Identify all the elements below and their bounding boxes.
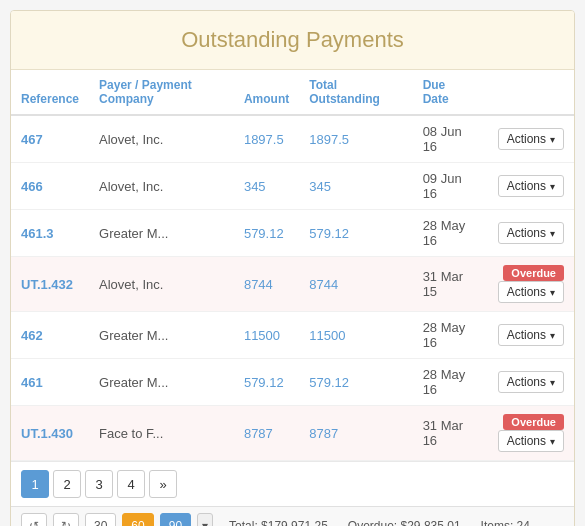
cell-outstanding: 11500 [299, 312, 412, 359]
cell-amount: 345 [234, 163, 299, 210]
cell-reference: UT.1.430 [11, 406, 89, 461]
cell-amount: 8787 [234, 406, 299, 461]
col-actions-header [484, 70, 574, 115]
size-dropdown-button[interactable]: ▾ [197, 513, 213, 526]
cell-due-date: 31 Mar 16 [413, 406, 484, 461]
cell-outstanding: 345 [299, 163, 412, 210]
table-row: 461 Greater M... 579.12 579.12 28 May 16… [11, 359, 574, 406]
caret-icon: ▾ [550, 134, 555, 145]
cell-due-date: 31 Mar 15 [413, 257, 484, 312]
col-due-date: Due Date [413, 70, 484, 115]
cell-payer: Greater M... [89, 359, 234, 406]
actions-button[interactable]: Actions ▾ [498, 430, 564, 452]
items-stat: Items: 24 [481, 519, 530, 526]
page-2-button[interactable]: 2 [53, 470, 81, 498]
size-30-button[interactable]: 30 [85, 513, 116, 526]
size-60-button[interactable]: 60 [122, 513, 153, 526]
caret-icon: ▾ [550, 436, 555, 447]
table-row: 461.3 Greater M... 579.12 579.12 28 May … [11, 210, 574, 257]
cell-payer: Alovet, Inc. [89, 163, 234, 210]
cell-amount: 1897.5 [234, 115, 299, 163]
cell-amount: 579.12 [234, 359, 299, 406]
caret-icon: ▾ [550, 228, 555, 239]
cell-actions: Actions ▾ [484, 312, 574, 359]
cell-amount: 579.12 [234, 210, 299, 257]
payments-table-wrapper: Reference Payer / Payment Company Amount… [11, 70, 574, 461]
actions-button[interactable]: Actions ▾ [498, 281, 564, 303]
cell-actions: Overdue Actions ▾ [484, 406, 574, 461]
cell-reference: 461.3 [11, 210, 89, 257]
cell-outstanding: 8744 [299, 257, 412, 312]
actions-label: Actions [507, 328, 546, 342]
col-total-outstanding: Total Outstanding [299, 70, 412, 115]
cell-actions: Actions ▾ [484, 115, 574, 163]
page-title: Outstanding Payments [11, 11, 574, 70]
cell-payer: Greater M... [89, 312, 234, 359]
actions-label: Actions [507, 226, 546, 240]
overdue-badge: Overdue [503, 265, 564, 281]
cell-reference: 462 [11, 312, 89, 359]
reload-button[interactable]: ↻ [53, 513, 79, 526]
cell-reference: 467 [11, 115, 89, 163]
table-row: UT.1.432 Alovet, Inc. 8744 8744 31 Mar 1… [11, 257, 574, 312]
cell-actions: Actions ▾ [484, 359, 574, 406]
actions-button[interactable]: Actions ▾ [498, 175, 564, 197]
actions-label: Actions [507, 179, 546, 193]
actions-button[interactable]: Actions ▾ [498, 128, 564, 150]
cell-reference: UT.1.432 [11, 257, 89, 312]
pagination: 1234» [11, 461, 574, 506]
cell-payer: Greater M... [89, 210, 234, 257]
page-1-button[interactable]: 1 [21, 470, 49, 498]
table-row: UT.1.430 Face to F... 8787 8787 31 Mar 1… [11, 406, 574, 461]
caret-icon: ▾ [550, 181, 555, 192]
actions-button[interactable]: Actions ▾ [498, 324, 564, 346]
cell-due-date: 28 May 16 [413, 359, 484, 406]
cell-amount: 8744 [234, 257, 299, 312]
footer-bar: ↺ ↻ 30 60 90 ▾ Total: $179,971.25 Overdu… [11, 506, 574, 526]
actions-label: Actions [507, 434, 546, 448]
refresh-button[interactable]: ↺ [21, 513, 47, 526]
cell-due-date: 08 Jun 16 [413, 115, 484, 163]
size-90-button[interactable]: 90 [160, 513, 191, 526]
cell-actions: Overdue Actions ▾ [484, 257, 574, 312]
overdue-stat: Overdue: $29,835.01 [348, 519, 461, 526]
col-reference: Reference [11, 70, 89, 115]
overdue-badge: Overdue [503, 414, 564, 430]
actions-label: Actions [507, 132, 546, 146]
cell-outstanding: 1897.5 [299, 115, 412, 163]
actions-button[interactable]: Actions ▾ [498, 222, 564, 244]
cell-outstanding: 8787 [299, 406, 412, 461]
table-row: 462 Greater M... 11500 11500 28 May 16 A… [11, 312, 574, 359]
cell-due-date: 09 Jun 16 [413, 163, 484, 210]
actions-button[interactable]: Actions ▾ [498, 371, 564, 393]
cell-outstanding: 579.12 [299, 359, 412, 406]
payments-table: Reference Payer / Payment Company Amount… [11, 70, 574, 461]
cell-due-date: 28 May 16 [413, 210, 484, 257]
page-next-button[interactable]: » [149, 470, 177, 498]
caret-icon: ▾ [550, 287, 555, 298]
cell-actions: Actions ▾ [484, 163, 574, 210]
cell-payer: Alovet, Inc. [89, 257, 234, 312]
caret-icon: ▾ [550, 377, 555, 388]
total-stat: Total: $179,971.25 [229, 519, 328, 526]
cell-due-date: 28 May 16 [413, 312, 484, 359]
cell-outstanding: 579.12 [299, 210, 412, 257]
page-4-button[interactable]: 4 [117, 470, 145, 498]
cell-amount: 11500 [234, 312, 299, 359]
table-row: 467 Alovet, Inc. 1897.5 1897.5 08 Jun 16… [11, 115, 574, 163]
page-3-button[interactable]: 3 [85, 470, 113, 498]
footer-stats: Total: $179,971.25 Overdue: $29,835.01 I… [229, 519, 530, 526]
actions-label: Actions [507, 285, 546, 299]
caret-icon: ▾ [550, 330, 555, 341]
cell-reference: 466 [11, 163, 89, 210]
cell-reference: 461 [11, 359, 89, 406]
actions-label: Actions [507, 375, 546, 389]
cell-payer: Alovet, Inc. [89, 115, 234, 163]
table-row: 466 Alovet, Inc. 345 345 09 Jun 16 Actio… [11, 163, 574, 210]
col-amount: Amount [234, 70, 299, 115]
cell-payer: Face to F... [89, 406, 234, 461]
col-payer: Payer / Payment Company [89, 70, 234, 115]
cell-actions: Actions ▾ [484, 210, 574, 257]
